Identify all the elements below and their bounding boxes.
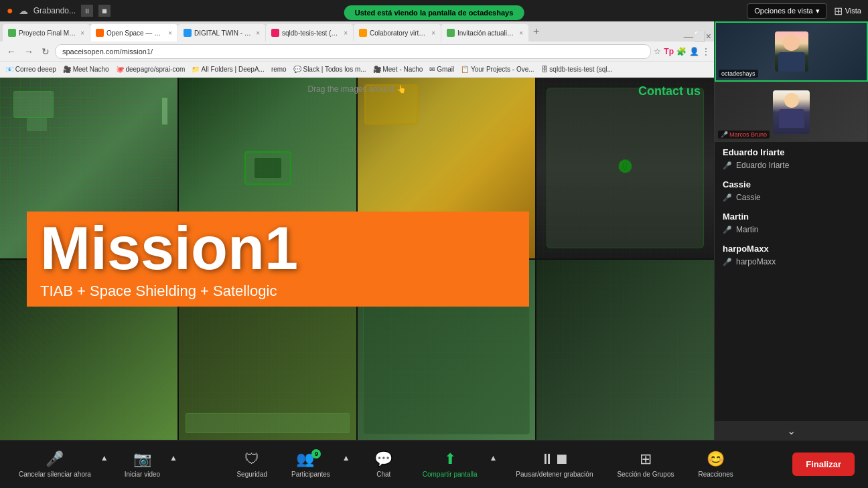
mic-icon-eduardo: 🎤 (723, 161, 732, 170)
mission-title: Mission1 (40, 218, 516, 278)
mute-expand-btn[interactable]: ▲ (100, 453, 108, 463)
stop-recording-btn[interactable]: ⏹ (98, 5, 111, 17)
url-bar[interactable] (55, 44, 651, 59)
tab-openspace[interactable]: Open Space — Mi... × (90, 24, 177, 42)
tab-sqldb[interactable]: sqldb-tesis-test (sq... × (266, 24, 353, 42)
share-expand-btn[interactable]: ▲ (489, 453, 497, 463)
toolbar-right: Finalizar (792, 453, 855, 476)
bookmark-correo[interactable]: 📧 Correo deeep (5, 66, 56, 73)
ext-btn[interactable]: 🧩 (676, 47, 686, 56)
tab-colab[interactable]: Colaboratory virtu... × (354, 24, 441, 42)
participants-expand-btn[interactable]: ▲ (342, 453, 350, 463)
close-btn[interactable]: × (706, 31, 711, 42)
participant-label-harpo: harpoMaxx (736, 257, 776, 266)
participant-main-name-martin: Martin (723, 212, 860, 222)
tab-favicon-colab (359, 29, 367, 37)
participants-count: 9 (311, 449, 321, 459)
tp-btn[interactable]: Tp (664, 47, 674, 56)
video-icon: 📷 (133, 451, 151, 468)
right-sidebar: octadeshays 🎤 Marcos Bruno (714, 21, 868, 440)
bookmark-gmail[interactable]: ✉ Gmail (429, 66, 454, 73)
record-icon-toolbar: ⏸⏹ (540, 451, 569, 468)
participant-item-cassie: 🎤 Cassie (723, 191, 860, 204)
participants-btn-wrapper: 👥 9 Participantes (286, 448, 336, 481)
browser-nav: ← → ↻ ☆ Tp 🧩 👤 ⋮ (0, 42, 714, 62)
screen-area: Proyecto Final Me... × Open Space — Mi..… (0, 21, 714, 440)
bookmark-meet[interactable]: 🎥 Meet Nacho (63, 66, 109, 73)
bookmark-github[interactable]: 🐙 deepagro/sprai-com (116, 66, 186, 73)
security-icon: 🛡 (244, 451, 259, 468)
participant-label-eduardo: Eduardo Iriarte (736, 161, 789, 170)
participants-list[interactable]: Eduardo Iriarte 🎤 Eduardo Iriarte Cassie… (715, 142, 868, 421)
participant-label-martin: Martin (736, 225, 758, 234)
cloud-icon: ☁ (19, 5, 28, 16)
back-btn[interactable]: ← (4, 45, 19, 58)
screen-share-banner: Usted está viendo la pantalla de octades… (344, 5, 524, 20)
tab-digital-twin[interactable]: DIGITAL TWIN - Th... × (178, 24, 265, 42)
bookmark-remo[interactable]: remo (271, 66, 287, 73)
chat-btn[interactable]: 💬 Chat (364, 448, 404, 481)
bookmark-meet-nacho[interactable]: 🎥 Meet - Nacho (373, 66, 423, 73)
star-btn[interactable]: ☆ (654, 47, 661, 56)
video-expand-btn[interactable]: ▲ (169, 453, 177, 463)
chat-icon: 💬 (374, 451, 392, 468)
tab-favicon (8, 29, 16, 37)
mute-btn[interactable]: 🎤 Cancelar silenciar ahora (13, 448, 96, 481)
nav-icons: ☆ Tp 🧩 👤 ⋮ (654, 47, 710, 56)
participant-item-martin: 🎤 Martin (723, 224, 860, 236)
pause-recording-btn[interactable]: ⏸ (81, 5, 93, 17)
maximize-btn[interactable]: ⬜ (694, 31, 705, 42)
video-btn[interactable]: 📷 Iniciar video (119, 448, 165, 481)
tab-invitacion[interactable]: Invitación actualiz... × (441, 24, 528, 42)
mic-icon-harpo: 🎤 (723, 258, 732, 266)
bookmarks-bar: 📧 Correo deeep 🎥 Meet Nacho 🐙 deepagro/s… (0, 62, 714, 78)
tab-favicon-inv (447, 29, 455, 37)
security-btn[interactable]: 🛡 Seguridad (231, 448, 273, 481)
view-options-btn[interactable]: Opciones de vista ▾ (747, 3, 826, 19)
video-thumbnails: octadeshays 🎤 Marcos Bruno (715, 21, 868, 142)
participant-group-cassie: Cassie 🎤 Cassie (723, 179, 860, 204)
participant-group-martin: Martin 🎤 Martin (723, 212, 860, 236)
record-icon: ● (7, 5, 13, 17)
mission-subtitle: TIAB + Space Shielding + Satellogic (40, 282, 516, 300)
new-tab-btn[interactable]: + (529, 25, 543, 37)
meeting-toolbar: 🎤 Cancelar silenciar ahora ▲ 📷 Iniciar v… (0, 440, 868, 488)
share-screen-btn[interactable]: ⬆ Compartir pantalla (417, 448, 483, 481)
tab-proyecto[interactable]: Proyecto Final Me... × (3, 24, 90, 42)
refresh-btn[interactable]: ↻ (39, 45, 52, 58)
person-body-2 (779, 109, 804, 128)
bookmark-folders[interactable]: 📁 All Folders | DeepA... (192, 66, 265, 73)
participants-btn[interactable]: 👥 9 Participantes (286, 448, 336, 481)
vista-section: ⊞ Vista (834, 5, 861, 17)
toolbar-left: 🎤 Cancelar silenciar ahora ▲ 📷 Iniciar v… (13, 448, 177, 481)
bookmark-projects[interactable]: 📋 Your Projects - Ove... (461, 66, 534, 73)
recording-section: ● ☁ Grabando... ⏸ ⏹ (7, 5, 111, 17)
record-btn[interactable]: ⏸⏹ Pausar/detener grabación (510, 448, 598, 481)
screen-content: 🅤 (0, 78, 714, 440)
chevron-down-icon: ⌄ (787, 424, 796, 437)
person-head-2 (784, 93, 799, 108)
toolbar-center: 🛡 Seguridad 👥 9 Participantes ▲ 💬 Chat ⬆… (231, 448, 738, 481)
reactions-btn[interactable]: 😊 Reacciones (693, 448, 739, 481)
grid-icon: ⊞ (834, 5, 843, 17)
profile-btn[interactable]: 👤 (689, 47, 699, 56)
participant-main-name-eduardo: Eduardo Iriarte (723, 147, 860, 157)
participant-label-cassie: Cassie (736, 193, 761, 202)
tab-favicon-dt (184, 29, 192, 37)
bookmark-sqldb[interactable]: 🗄 sqldb-tesis-test (sql... (541, 66, 613, 73)
participant-main-name-harpo: harpoMaxx (723, 244, 860, 254)
recording-label: Grabando... (33, 6, 76, 15)
bookmark-slack[interactable]: 💬 Slack | Todos los m... (293, 66, 366, 73)
person-head-1 (783, 34, 800, 51)
forward-btn[interactable]: → (21, 45, 36, 58)
participant-group-harpo: harpoMaxx 🎤 harpoMaxx (723, 244, 860, 268)
end-call-btn[interactable]: Finalizar (792, 453, 855, 476)
participant-item-harpo: 🎤 harpoMaxx (723, 256, 860, 268)
reactions-icon: 😊 (707, 451, 725, 468)
menu-btn[interactable]: ⋮ (702, 47, 710, 56)
scroll-down-btn[interactable]: ⌄ (715, 421, 868, 440)
minimize-btn[interactable]: — (684, 31, 693, 42)
video-thumb-marcos: 🎤 Marcos Bruno (715, 82, 868, 142)
breakout-btn[interactable]: ⊞ Sección de Grupos (611, 448, 679, 481)
top-bar: ● ☁ Grabando... ⏸ ⏹ Usted está viendo la… (0, 0, 868, 21)
